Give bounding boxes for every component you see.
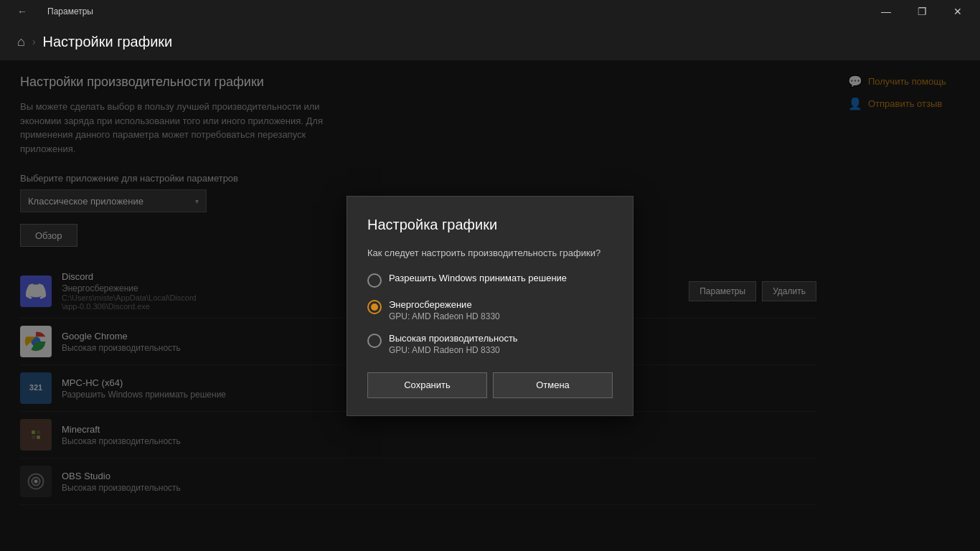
breadcrumb: ⌂ › Настройки графики: [0, 23, 980, 60]
titlebar: ← Параметры — ❐ ✕: [0, 0, 980, 23]
radio-circle-high: [367, 334, 382, 348]
titlebar-controls: — ❐ ✕: [870, 0, 974, 23]
radio-label-high: Высокая производительность GPU: AMD Rade…: [389, 333, 518, 355]
back-icon: ←: [17, 6, 27, 17]
radio-option-windows[interactable]: Разрешить Windows принимать решение: [367, 273, 613, 288]
modal-title: Настройка графики: [367, 217, 613, 233]
graphics-settings-modal: Настройка графики Как следует настроить …: [347, 196, 633, 416]
modal-buttons: Сохранить Отмена: [367, 372, 613, 398]
titlebar-left: ← Параметры: [6, 0, 93, 23]
titlebar-title: Параметры: [47, 6, 93, 17]
cancel-button[interactable]: Отмена: [493, 372, 613, 398]
page-title: Настройки графики: [43, 34, 173, 50]
breadcrumb-separator: ›: [32, 36, 36, 47]
radio-option-high[interactable]: Высокая производительность GPU: AMD Rade…: [367, 333, 613, 355]
modal-question: Как следует настроить производительность…: [367, 248, 613, 258]
radio-circle-energy: [367, 300, 382, 314]
radio-label-energy: Энергосбережение GPU: AMD Radeon HD 8330: [389, 299, 500, 321]
home-icon[interactable]: ⌂: [17, 34, 25, 50]
save-button[interactable]: Сохранить: [367, 372, 487, 398]
restore-button[interactable]: ❐: [905, 0, 938, 23]
modal-overlay: Настройка графики Как следует настроить …: [0, 60, 980, 551]
radio-option-energy[interactable]: Энергосбережение GPU: AMD Radeon HD 8330: [367, 299, 613, 321]
close-button[interactable]: ✕: [941, 0, 974, 23]
radio-circle-windows: [367, 273, 382, 288]
radio-label-windows: Разрешить Windows принимать решение: [389, 273, 567, 283]
minimize-button[interactable]: —: [870, 0, 903, 23]
main-content: Настройки производительности графики Вы …: [0, 60, 980, 551]
back-button[interactable]: ←: [6, 0, 39, 23]
